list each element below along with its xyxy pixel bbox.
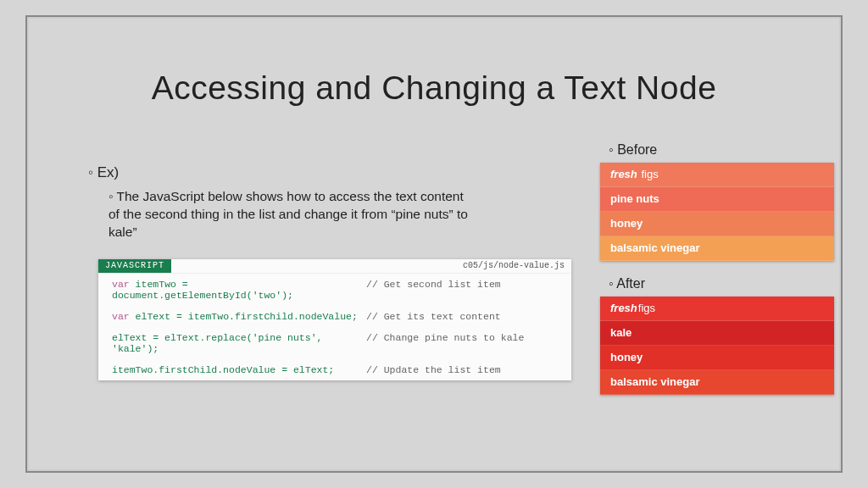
after-list: freshfigs kale honey balsamic vinegar bbox=[600, 297, 834, 395]
code-lang-tag: JAVASCRIPT bbox=[98, 259, 171, 273]
code-line: itemTwo.firstChild.nodeValue = elText; /… bbox=[98, 359, 571, 380]
example-label: Ex) bbox=[88, 164, 520, 181]
left-column: Ex) The JavaScript below shows how to ac… bbox=[88, 164, 520, 241]
list-item: balsamic vinegar bbox=[600, 236, 834, 261]
list-item: kale bbox=[600, 321, 834, 346]
before-list: fresh figs pine nuts honey balsamic vine… bbox=[600, 163, 834, 261]
code-comment: // Update the list item bbox=[366, 364, 501, 375]
list-item: honey bbox=[600, 346, 834, 370]
code-comment: // Change pine nuts to kale bbox=[366, 332, 524, 354]
slide-title: Accessing and Changing a Text Node bbox=[27, 69, 841, 107]
before-label: Before bbox=[609, 142, 843, 158]
code-filepath: c05/js/node-value.js bbox=[463, 259, 571, 270]
list-item: freshfigs bbox=[600, 297, 834, 321]
list-item: pine nuts bbox=[600, 187, 834, 212]
after-label: After bbox=[609, 276, 843, 291]
list-item: honey bbox=[600, 212, 834, 236]
right-column: Before fresh figs pine nuts honey balsam… bbox=[597, 142, 843, 410]
list-item: balsamic vinegar bbox=[600, 370, 834, 395]
list-item: fresh figs bbox=[600, 163, 834, 187]
code-line: elText = elText.replace('pine nuts', 'ka… bbox=[98, 327, 571, 359]
example-text: The JavaScript below shows how to access… bbox=[108, 188, 473, 241]
code-comment: // Get its text content bbox=[366, 311, 501, 322]
code-block: JAVASCRIPT c05/js/node-value.js var item… bbox=[98, 259, 571, 380]
code-line: var itemTwo = document.getElementById('t… bbox=[98, 274, 571, 306]
code-line: var elText = itemTwo.firstChild.nodeValu… bbox=[98, 306, 571, 327]
slide-frame: Accessing and Changing a Text Node Ex) T… bbox=[25, 15, 843, 473]
code-comment: // Get second list item bbox=[366, 279, 501, 301]
